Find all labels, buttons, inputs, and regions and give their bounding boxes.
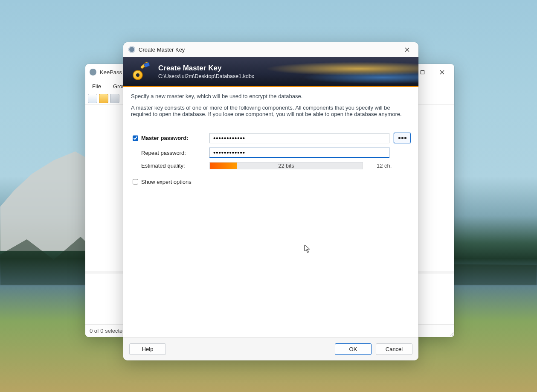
toolbar-save-icon[interactable] bbox=[110, 94, 119, 103]
master-password-label: Master password: bbox=[141, 135, 209, 141]
banner-title: Create Master Key bbox=[158, 64, 254, 73]
repeat-password-input[interactable] bbox=[209, 148, 389, 158]
main-close-button[interactable] bbox=[432, 65, 452, 79]
intro-text-1: Specify a new master key, which will be … bbox=[131, 93, 411, 99]
quality-progress-bar: 22 bits bbox=[209, 162, 363, 169]
toolbar-new-icon[interactable] bbox=[88, 94, 97, 103]
dialog-title: Create Master Key bbox=[139, 46, 397, 53]
desktop-wallpaper: KeePass File Group 0 of 0 selected Creat… bbox=[0, 0, 537, 392]
ok-button[interactable]: OK bbox=[335, 343, 372, 355]
repeat-password-label: Repeat password: bbox=[141, 150, 209, 156]
estimated-quality-label: Estimated quality: bbox=[141, 163, 209, 169]
quality-bits-text: 22 bits bbox=[210, 163, 363, 169]
cancel-button[interactable]: Cancel bbox=[376, 343, 412, 355]
dialog-footer: Help OK Cancel bbox=[123, 337, 418, 360]
status-selection-count: 0 of 0 selected bbox=[90, 328, 126, 334]
resize-grip[interactable] bbox=[448, 331, 453, 336]
show-expert-label: Show expert options bbox=[141, 179, 192, 185]
dialog-content: Specify a new master key, which will be … bbox=[123, 87, 418, 337]
intro-text-2: A master key consists of one or more of … bbox=[131, 105, 408, 117]
dialog-close-button[interactable] bbox=[397, 43, 417, 56]
show-expert-checkbox[interactable] bbox=[133, 178, 138, 185]
create-master-key-dialog: Create Master Key bbox=[123, 42, 418, 360]
char-count-text: 12 ch. bbox=[377, 163, 392, 169]
toolbar-open-icon[interactable] bbox=[99, 94, 108, 103]
master-password-checkbox[interactable] bbox=[133, 135, 138, 142]
master-password-input[interactable] bbox=[209, 133, 389, 143]
menu-file[interactable]: File bbox=[88, 82, 105, 90]
keepass-dialog-icon bbox=[128, 46, 135, 53]
vertical-splitter[interactable] bbox=[443, 105, 443, 316]
svg-point-7 bbox=[136, 73, 139, 77]
keepass-app-icon bbox=[90, 69, 96, 75]
reveal-password-button[interactable] bbox=[394, 133, 411, 143]
banner-file-path: C:\Users\lui2m\Desktop\Database1.kdbx bbox=[158, 73, 254, 79]
dialog-banner: Create Master Key C:\Users\lui2m\Desktop… bbox=[123, 57, 418, 87]
help-button[interactable]: Help bbox=[129, 343, 166, 355]
dialog-titlebar[interactable]: Create Master Key bbox=[123, 42, 418, 57]
key-icon bbox=[131, 61, 151, 82]
svg-rect-1 bbox=[421, 70, 424, 74]
